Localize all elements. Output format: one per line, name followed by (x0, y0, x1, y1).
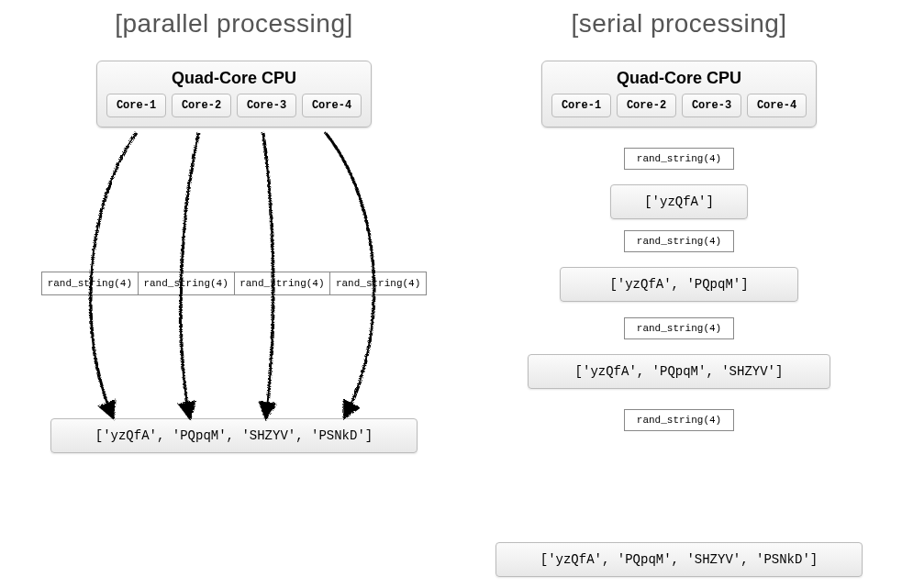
serial-result-1: ['yzQfA'] (610, 184, 748, 219)
serial-cpu: Quad-Core CPU Core-1 Core-2 Core-3 Core-… (541, 61, 817, 128)
serial-result-2: ['yzQfA', 'PQpqM'] (560, 267, 798, 302)
call-3: rand_string(4) (235, 272, 331, 295)
core-3: Core-3 (237, 94, 296, 117)
core-1: Core-1 (106, 94, 166, 117)
parallel-cpu: Quad-Core CPU Core-1 Core-2 Core-3 Core-… (96, 61, 372, 128)
call-4: rand_string(4) (330, 272, 427, 295)
parallel-result: ['yzQfA', 'PQpqM', 'SHZYV', 'PSNkD'] (50, 418, 418, 453)
core-4: Core-4 (747, 94, 807, 117)
call-1: rand_string(4) (41, 272, 139, 295)
serial-result-3: ['yzQfA', 'PQpqM', 'SHZYV'] (528, 354, 830, 389)
parallel-calls: rand_string(4) rand_string(4) rand_strin… (41, 272, 427, 295)
core-3: Core-3 (682, 94, 741, 117)
serial-call-3: rand_string(4) (624, 317, 734, 339)
cpu-title: Quad-Core CPU (551, 69, 807, 88)
call-2: rand_string(4) (139, 272, 235, 295)
core-4: Core-4 (302, 94, 362, 117)
serial-result-4: ['yzQfA', 'PQpqM', 'SHZYV', 'PSNkD'] (496, 542, 863, 577)
serial-call-1: rand_string(4) (624, 148, 734, 170)
parallel-column: [parallel processing] Quad-Core CPU Core… (28, 0, 440, 538)
serial-column: [serial processing] Quad-Core CPU Core-1… (477, 0, 881, 588)
core-1: Core-1 (551, 94, 611, 117)
serial-call-4: rand_string(4) (624, 409, 734, 431)
serial-title: [serial processing] (477, 9, 881, 39)
parallel-title: [parallel processing] (28, 9, 440, 39)
core-2: Core-2 (617, 94, 676, 117)
cpu-title: Quad-Core CPU (106, 69, 362, 88)
core-2: Core-2 (172, 94, 231, 117)
serial-call-2: rand_string(4) (624, 230, 734, 252)
parallel-arrows (28, 61, 440, 538)
